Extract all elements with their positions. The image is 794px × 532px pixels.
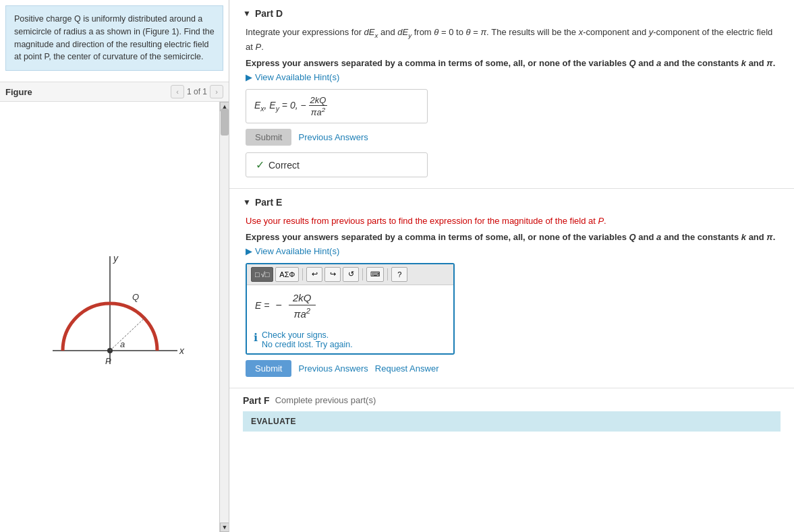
figure-next-button[interactable]: › xyxy=(210,85,223,98)
part-e-submit-button[interactable]: Submit xyxy=(246,360,291,377)
toolbar-keyboard-button[interactable]: ⌨ xyxy=(366,267,384,282)
part-d-hint-link[interactable]: ▶ View Available Hint(s) xyxy=(246,72,781,82)
part-d-answer-box: Ex, Ey = 0, − 2kQ πa2 xyxy=(246,89,428,123)
part-e-hint-link[interactable]: ▶ View Available Hint(s) xyxy=(246,246,781,256)
keyboard-icon: ⌨ xyxy=(370,270,380,278)
part-d-express: Express your answers separated by a comm… xyxy=(246,58,781,68)
math-editor-toolbar: □ √□ ΑΣΦ ↩ ↪ ↺ xyxy=(247,264,453,285)
part-e-request-answer-link[interactable]: Request Answer xyxy=(375,363,439,374)
part-e-toggle-icon: ▼ xyxy=(243,198,251,207)
warning-line1: Check your signs. xyxy=(262,330,353,340)
figure-scroll-wrapper: y x P Q a ▲ ▼ xyxy=(0,102,229,532)
part-e-hint-text: View Available Hint(s) xyxy=(255,246,339,256)
figure-area: Figure ‹ 1 of 1 › y x xyxy=(0,82,229,532)
part-e-instruction: Use your results from previous parts to … xyxy=(246,214,781,228)
part-e-title: Part E xyxy=(255,197,282,208)
part-e-submit-row: Submit Previous Answers Request Answer xyxy=(246,360,781,377)
figure-label: Figure xyxy=(5,87,32,97)
warning-text-container: Check your signs. No credit lost. Try ag… xyxy=(262,330,353,349)
math-fraction: 2kQ πa2 xyxy=(288,292,316,320)
scroll-down-arrow[interactable]: ▼ xyxy=(220,523,229,532)
hint-arrow-icon: ▶ xyxy=(246,72,252,82)
part-d-hint-text: View Available Hint(s) xyxy=(255,72,339,82)
toolbar-sqrt-icon: □ xyxy=(255,270,260,278)
figure-svg: y x P Q a xyxy=(32,249,188,384)
part-e-body: Use your results from previous parts to … xyxy=(243,214,781,377)
figure-canvas: y x P Q a xyxy=(0,102,219,532)
figure-prev-button[interactable]: ‹ xyxy=(171,85,184,98)
svg-text:x: x xyxy=(179,345,185,356)
figure-scrollbar[interactable]: ▲ ▼ xyxy=(219,102,229,532)
part-d-title: Part D xyxy=(255,8,283,19)
undo-icon: ↩ xyxy=(312,270,318,278)
part-e-section: ▼ Part E Use your results from previous … xyxy=(229,189,794,388)
toolbar-refresh-button[interactable]: ↺ xyxy=(343,267,359,282)
toolbar-sqrt-symbol: √□ xyxy=(261,270,270,278)
refresh-icon: ↺ xyxy=(348,270,354,278)
part-e-express: Express your answers separated by a comm… xyxy=(246,232,781,242)
frac-numerator: 2kQ xyxy=(293,292,312,305)
problem-text: Positive charge Q is uniformly distribut… xyxy=(14,14,215,61)
part-e-header[interactable]: ▼ Part E xyxy=(243,197,781,208)
correct-text: Correct xyxy=(268,160,300,171)
redo-icon: ↪ xyxy=(330,270,336,278)
figure-header: Figure ‹ 1 of 1 › xyxy=(0,82,229,102)
part-d-submit-row: Submit Previous Answers xyxy=(246,129,781,146)
part-d-header[interactable]: ▼ Part D xyxy=(243,8,781,19)
math-editor-body[interactable]: E = − 2kQ πa2 xyxy=(247,285,453,326)
svg-text:Q: Q xyxy=(132,292,139,302)
part-d-instruction: Integrate your expressions for dEx and d… xyxy=(246,26,781,54)
toolbar-symbols-button[interactable]: ΑΣΦ xyxy=(275,267,299,282)
part-f-section: Part F Complete previous part(s) EVALUAT… xyxy=(229,388,794,438)
math-sign: − xyxy=(275,299,281,312)
part-e-previous-answers-link[interactable]: Previous Answers xyxy=(298,363,368,374)
checkmark-icon: ✓ xyxy=(256,158,264,171)
toolbar-help-button[interactable]: ? xyxy=(391,267,407,282)
svg-text:P: P xyxy=(105,356,111,366)
math-editor: □ √□ ΑΣΦ ↩ ↪ ↺ xyxy=(246,263,455,355)
toolbar-sqrt-button[interactable]: □ √□ xyxy=(251,267,273,282)
toolbar-separator-3 xyxy=(387,268,388,280)
part-d-toggle-icon: ▼ xyxy=(243,9,251,18)
toolbar-separator-1 xyxy=(302,268,303,280)
part-d-body: Integrate your expressions for dEx and d… xyxy=(243,26,781,177)
right-panel: ▼ Part D Integrate your expressions for … xyxy=(229,0,794,532)
evaluate-bar: EVALUATE xyxy=(243,411,781,432)
figure-page: 1 of 1 xyxy=(187,87,207,96)
warning-box: ℹ Check your signs. No credit lost. Try … xyxy=(247,326,453,353)
left-panel: Positive charge Q is uniformly distribut… xyxy=(0,0,229,532)
help-icon: ? xyxy=(397,270,401,278)
part-e-instruction-red: Use your results from previous parts to … xyxy=(246,216,606,226)
part-d-answer-math: Ex, Ey = 0, − 2kQ πa2 xyxy=(254,95,327,117)
scroll-thumb[interactable] xyxy=(221,109,229,136)
svg-text:y: y xyxy=(113,253,119,264)
toolbar-asf-label: ΑΣΦ xyxy=(279,270,295,278)
math-e-prefix: E = xyxy=(255,300,269,311)
part-d-submit-button[interactable]: Submit xyxy=(246,129,291,146)
warning-line2: No credit lost. Try again. xyxy=(262,340,353,349)
toolbar-undo-button[interactable]: ↩ xyxy=(306,267,322,282)
part-d-previous-answers-link[interactable]: Previous Answers xyxy=(298,132,368,142)
toolbar-redo-button[interactable]: ↪ xyxy=(324,267,341,282)
evaluate-label: EVALUATE xyxy=(251,417,296,426)
part-f-header: Part F Complete previous part(s) xyxy=(243,395,781,406)
toolbar-separator-2 xyxy=(362,268,363,280)
warning-icon: ℹ xyxy=(254,331,258,344)
figure-navigation: ‹ 1 of 1 › xyxy=(171,85,223,98)
svg-line-8 xyxy=(110,317,146,351)
part-f-description: Complete previous part(s) xyxy=(275,395,376,405)
part-f-label: Part F xyxy=(243,395,270,406)
frac-denominator: πa2 xyxy=(293,305,310,320)
part-e-hint-arrow-icon: ▶ xyxy=(246,246,252,256)
part-d-correct-badge: ✓ Correct xyxy=(246,152,428,177)
problem-statement: Positive charge Q is uniformly distribut… xyxy=(5,5,223,71)
part-d-section: ▼ Part D Integrate your expressions for … xyxy=(229,0,794,189)
